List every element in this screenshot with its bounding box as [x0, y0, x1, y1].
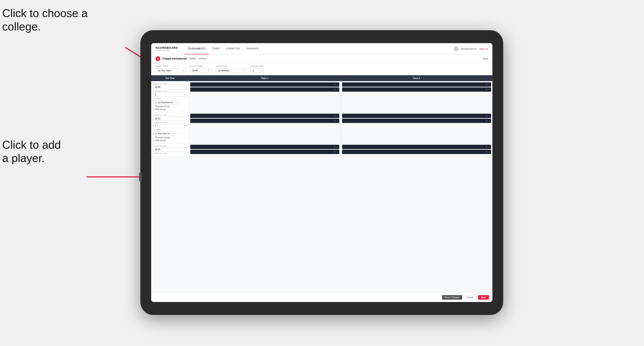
team1-col-1: ✕ ⋮ ✕ ⋮	[189, 81, 340, 112]
remove-course-1[interactable]: ✕	[174, 101, 176, 103]
player-slot-t2r1-2[interactable]: ✕ ⋮	[342, 87, 491, 92]
add-group-btn-1[interactable]: + Add Group	[153, 108, 186, 110]
course-tag-2[interactable]: 🏌 East Lake GC ✕ ▾	[153, 132, 176, 136]
sign-out-link[interactable]: Sign out	[480, 47, 488, 50]
start-type-input[interactable]: 1st Tee Start ▾	[156, 68, 186, 73]
player-slot-t2r2-2[interactable]: ✕ ⋮	[342, 119, 491, 123]
tee-left-3: STARTING TIME: 10:20 ⏱ STARTING HOLE:	[151, 144, 189, 157]
start-type-value: 1st Tee Start	[158, 69, 171, 72]
footer-bar: Reset Changes Cancel Save	[151, 293, 492, 302]
tee-left-1: STARTING TIME: 10:00 ⏱ STARTING HOLE: 1 …	[151, 81, 189, 112]
slot-expand-btn-5[interactable]: ⋮	[336, 115, 338, 117]
clock-icon-2: ⏱	[183, 118, 185, 120]
slot-x-btn-6[interactable]: ✕	[334, 120, 336, 122]
player-slot-t1r3-2[interactable]: ✕ ⋮	[190, 150, 339, 154]
save-button[interactable]: Save	[478, 295, 489, 300]
intervals-value: 10 Minutes	[218, 69, 230, 72]
team2-col-1: ✕ ⋮ ✕ ⋮	[341, 81, 492, 112]
tee-right-3: ✕ ⋮ ✕ ⋮	[189, 144, 492, 157]
chevron-down-hole-1: ▾	[184, 94, 185, 96]
team2-col-3: ✕ ⋮ ✕ ⋮	[341, 144, 492, 157]
cancel-button[interactable]: Cancel	[464, 295, 476, 300]
nav-logo: SCOREBOARD Powered by clippd	[156, 46, 178, 51]
slot-expand-btn-4[interactable]: ⋮	[488, 88, 490, 91]
nav-link-rankings[interactable]: RANKINGS	[244, 43, 262, 54]
clock-icon-1: ⏱	[183, 86, 185, 88]
start-time-input[interactable]: 10:00 🕐	[190, 68, 212, 73]
starting-time-field-2[interactable]: 10:10 ⏱	[153, 117, 186, 121]
slot-x-btn-9[interactable]: ✕	[334, 146, 336, 148]
player-slot-t1r2-1[interactable]: ✕ ⋮	[190, 114, 339, 118]
chevron-down-icon: ▾	[183, 69, 184, 72]
slot-x-btn-11[interactable]: ✕	[486, 146, 488, 148]
player-slot-t1r2-2[interactable]: ✕ ⋮	[190, 119, 339, 123]
remove-group-btn-2[interactable]: ○ Remove Group	[153, 136, 186, 139]
side-tab	[139, 173, 142, 181]
remove-group-btn-1[interactable]: ○ Remove Group	[153, 105, 186, 108]
slot-x-btn-10[interactable]: ✕	[334, 151, 336, 153]
slot-expand-btn-10[interactable]: ⋮	[336, 151, 338, 153]
reset-changes-button[interactable]: Reset Changes	[442, 295, 462, 300]
player-slot-t1r1-2[interactable]: ✕ ⋮	[190, 87, 339, 92]
slot-x-btn-12[interactable]: ✕	[486, 151, 488, 153]
chevron-down-hole-2: ▾	[184, 125, 185, 127]
intervals-label: Intervals	[216, 65, 246, 67]
player-slot-t2r1-1[interactable]: ✕ ⋮	[342, 82, 491, 87]
remove-course-2[interactable]: ✕	[171, 133, 172, 135]
slot-x-btn-7[interactable]: ✕	[486, 115, 488, 117]
start-type-label: Start Type	[156, 65, 186, 67]
sub-header: C Clippd Invitational (Men) Hosting Back	[151, 54, 492, 63]
tee-left-2: STARTING TIME: 10:10 ⏱ STARTING HOLE: 1 …	[151, 112, 189, 144]
starting-time-field-3[interactable]: 10:20 ⏱	[153, 148, 186, 152]
slot-expand-btn-11[interactable]: ⋮	[488, 146, 490, 148]
group-size-group: Group Size 3 ▾	[250, 65, 264, 73]
slot-expand-btn-8[interactable]: ⋮	[488, 120, 490, 122]
slot-expand-btn[interactable]: ⋮	[336, 83, 338, 86]
start-type-group: Start Type 1st Tee Start ▾	[156, 65, 186, 73]
slot-x-btn-3[interactable]: ✕	[486, 83, 488, 86]
slot-x-btn-5[interactable]: ✕	[334, 115, 336, 117]
slot-expand-btn-7[interactable]: ⋮	[488, 115, 490, 117]
player-slot-t1r1-1[interactable]: ✕ ⋮	[190, 82, 339, 87]
course-tag-1[interactable]: 🏌 (A) Peachtree GC ✕ ▾	[153, 101, 179, 104]
slot-expand-btn-2[interactable]: ⋮	[336, 88, 338, 91]
slot-x-btn-4[interactable]: ✕	[486, 88, 488, 91]
slot-expand-btn-6[interactable]: ⋮	[336, 120, 338, 122]
starting-hole-field-1[interactable]: 1 ▾	[153, 93, 186, 97]
player-slot-t2r3-1[interactable]: ✕ ⋮	[342, 145, 491, 149]
tee-row-1: STARTING TIME: 10:00 ⏱ STARTING HOLE: 1 …	[151, 81, 492, 112]
slot-expand-btn-3[interactable]: ⋮	[488, 83, 490, 86]
intervals-input[interactable]: 10 Minutes ▾	[216, 68, 246, 73]
start-time-value: 10:00	[192, 69, 198, 72]
start-time-group: Start Time 10:00 🕐	[190, 65, 212, 73]
tournament-title: Clippd Invitational	[162, 57, 187, 60]
starting-time-field-1[interactable]: 10:00 ⏱	[153, 85, 186, 89]
nav-link-tournaments[interactable]: TOURNAMENTS	[184, 43, 209, 54]
slot-expand-btn-9[interactable]: ⋮	[336, 146, 338, 148]
course-chevron-1: ▾	[177, 101, 178, 104]
player-slot-t2r2-1[interactable]: ✕ ⋮	[342, 114, 491, 118]
team1-col-2: ✕ ⋮ ✕ ⋮	[189, 112, 340, 144]
main-content: STARTING TIME: 10:00 ⏱ STARTING HOLE: 1 …	[151, 81, 492, 293]
slot-x-btn-2[interactable]: ✕	[334, 88, 336, 91]
clock-icon-3: ⏱	[183, 149, 185, 151]
slot-x-btn-8[interactable]: ✕	[486, 120, 488, 122]
group-actions-2: ○ Remove Group + Add Group	[153, 136, 186, 142]
slot-expand-btn-12[interactable]: ⋮	[488, 151, 490, 153]
slot-x-btn[interactable]: ✕	[334, 83, 336, 86]
back-button[interactable]: Back	[483, 57, 488, 60]
annotation-choose-college: Click to choose a college.	[2, 6, 88, 33]
player-slot-t1r3-1[interactable]: ✕ ⋮	[190, 145, 339, 149]
group-size-input[interactable]: 3 ▾	[250, 68, 264, 73]
starting-hole-field-2[interactable]: 1 ▾	[153, 124, 186, 128]
tee-right-2: ✕ ⋮ ✕ ⋮	[189, 112, 492, 144]
th-team2: Team 2	[341, 75, 492, 81]
nav-link-teams[interactable]: TEAMS	[209, 43, 223, 54]
tee-right-1: ✕ ⋮ ✕ ⋮	[189, 81, 492, 112]
nav-link-committee[interactable]: COMMITTEE	[223, 43, 244, 54]
nav-right: blair@clippd.io Sign out	[454, 46, 488, 51]
add-group-btn-2[interactable]: + Add Group	[153, 139, 186, 142]
form-row: Start Type 1st Tee Start ▾ Start Time 10…	[151, 63, 492, 75]
player-slot-t2r3-2[interactable]: ✕ ⋮	[342, 150, 491, 154]
tablet-frame: SCOREBOARD Powered by clippd TOURNAMENTS…	[140, 30, 503, 315]
